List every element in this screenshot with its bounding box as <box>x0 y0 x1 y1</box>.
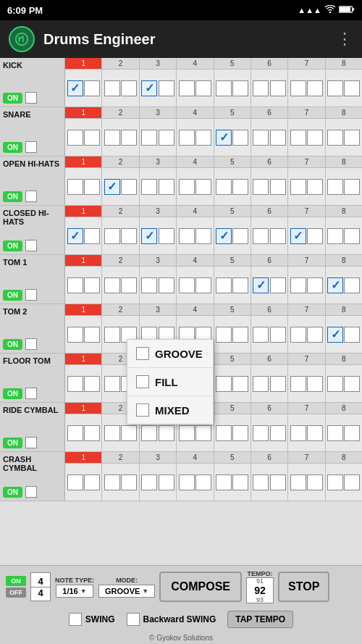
beat-cell-ride-cymbal-7-1[interactable] <box>344 425 360 441</box>
beat-cell-tom1-1-0[interactable] <box>104 277 120 293</box>
beat-cell-closed-hi-hats-4-1[interactable] <box>232 228 248 244</box>
beat-cell-snare-7-0[interactable] <box>327 130 343 146</box>
beat-cell-kick-1-1[interactable] <box>121 80 137 96</box>
beat-cell-snare-6-0[interactable] <box>290 130 306 146</box>
small-checkbox-closed-hi-hats[interactable] <box>25 240 37 251</box>
beat-cell-kick-1-0[interactable] <box>104 80 120 96</box>
fill-checkbox[interactable] <box>136 375 149 388</box>
beat-cell-ride-cymbal-7-0[interactable] <box>327 425 343 441</box>
beat-cell-kick-7-1[interactable] <box>344 80 360 96</box>
beat-cell-closed-hi-hats-7-1[interactable] <box>344 228 360 244</box>
small-checkbox-crash-cymbal[interactable] <box>25 486 37 498</box>
beat-cell-tom2-4-1[interactable] <box>232 327 248 343</box>
beat-cell-crash-cymbal-5-1[interactable] <box>270 474 286 490</box>
beat-cell-open-hi-hats-6-0[interactable] <box>290 179 306 195</box>
beat-cell-crash-cymbal-4-0[interactable] <box>216 474 232 490</box>
beat-cell-ride-cymbal-6-0[interactable] <box>290 425 306 441</box>
beat-cell-closed-hi-hats-0-1[interactable] <box>84 228 100 244</box>
beat-cell-kick-2-0[interactable] <box>141 80 157 96</box>
beat-cell-closed-hi-hats-5-1[interactable] <box>270 228 286 244</box>
beat-cell-closed-hi-hats-6-0[interactable] <box>290 228 306 244</box>
beat-cell-ride-cymbal-2-1[interactable] <box>159 425 174 441</box>
backward-swing-checkbox[interactable] <box>127 613 140 626</box>
beat-cell-tom1-4-0[interactable] <box>216 277 232 293</box>
beat-cell-crash-cymbal-3-0[interactable] <box>179 474 195 490</box>
beat-cell-tom2-7-1[interactable] <box>344 327 360 343</box>
swing-checkbox[interactable] <box>69 613 82 626</box>
beat-cell-ride-cymbal-2-0[interactable] <box>141 425 157 441</box>
global-off-button[interactable]: OFF <box>6 587 26 598</box>
beat-cell-open-hi-hats-5-0[interactable] <box>253 179 269 195</box>
beat-cell-floor-tom-7-1[interactable] <box>344 376 360 392</box>
beat-cell-open-hi-hats-3-0[interactable] <box>179 179 195 195</box>
beat-cell-floor-tom-1-0[interactable] <box>104 376 120 392</box>
beat-cell-snare-5-0[interactable] <box>253 130 269 146</box>
dropdown-fill[interactable]: FILL <box>127 368 213 396</box>
beat-cell-snare-4-1[interactable] <box>232 130 248 146</box>
beat-cell-closed-hi-hats-3-0[interactable] <box>179 228 195 244</box>
beat-cell-crash-cymbal-1-1[interactable] <box>121 474 137 490</box>
backward-swing-control[interactable]: Backward SWING <box>127 613 216 626</box>
beat-cell-ride-cymbal-1-0[interactable] <box>104 425 120 441</box>
beat-cell-snare-1-1[interactable] <box>121 130 137 146</box>
beat-cell-closed-hi-hats-3-1[interactable] <box>195 228 211 244</box>
beat-cell-floor-tom-4-1[interactable] <box>232 376 248 392</box>
mixed-checkbox[interactable] <box>136 403 149 417</box>
on-button-open-hi-hats[interactable]: ON <box>3 191 22 202</box>
beat-cell-tom1-6-0[interactable] <box>290 277 306 293</box>
beat-cell-open-hi-hats-7-0[interactable] <box>327 179 343 195</box>
beat-cell-tom1-7-1[interactable] <box>344 277 360 293</box>
beat-cell-crash-cymbal-6-1[interactable] <box>307 474 323 490</box>
beat-cell-tom2-0-0[interactable] <box>67 327 83 343</box>
beat-cell-closed-hi-hats-7-0[interactable] <box>327 228 343 244</box>
small-checkbox-kick[interactable] <box>25 92 37 104</box>
beat-cell-snare-3-1[interactable] <box>195 130 211 146</box>
beat-cell-kick-7-0[interactable] <box>327 80 343 96</box>
beat-cell-open-hi-hats-4-0[interactable] <box>216 179 232 195</box>
beat-cell-tom2-6-1[interactable] <box>307 327 323 343</box>
on-button-kick[interactable]: ON <box>3 93 22 104</box>
beat-cell-tom1-2-0[interactable] <box>141 277 157 293</box>
beat-cell-open-hi-hats-0-1[interactable] <box>84 179 100 195</box>
small-checkbox-tom2[interactable] <box>25 338 37 350</box>
beat-cell-tom1-6-1[interactable] <box>307 277 323 293</box>
beat-cell-open-hi-hats-4-1[interactable] <box>232 179 248 195</box>
beat-cell-closed-hi-hats-6-1[interactable] <box>307 228 323 244</box>
dropdown-mixed[interactable]: MIXED <box>127 396 213 424</box>
beat-cell-crash-cymbal-2-1[interactable] <box>159 474 174 490</box>
beat-cell-floor-tom-0-1[interactable] <box>84 376 100 392</box>
beat-cell-open-hi-hats-2-1[interactable] <box>159 179 174 195</box>
small-checkbox-floor-tom[interactable] <box>25 388 37 399</box>
beat-cell-snare-0-1[interactable] <box>84 130 100 146</box>
beat-cell-kick-0-1[interactable] <box>84 80 100 96</box>
beat-cell-kick-5-0[interactable] <box>253 80 269 96</box>
beat-cell-crash-cymbal-6-0[interactable] <box>290 474 306 490</box>
time-signature[interactable]: 4 4 <box>30 572 51 601</box>
mode-selector[interactable]: GROOVE ▼ <box>98 585 155 598</box>
beat-cell-crash-cymbal-1-0[interactable] <box>104 474 120 490</box>
beat-cell-tom1-0-0[interactable] <box>67 277 83 293</box>
beat-cell-tom2-1-0[interactable] <box>104 327 120 343</box>
beat-cell-tom1-0-1[interactable] <box>84 277 100 293</box>
beat-cell-floor-tom-0-0[interactable] <box>67 376 83 392</box>
beat-cell-tom1-5-0[interactable] <box>253 277 269 293</box>
beat-cell-closed-hi-hats-1-1[interactable] <box>121 228 137 244</box>
global-on-button[interactable]: ON <box>6 576 26 586</box>
dropdown-groove[interactable]: GROOVE <box>127 340 213 368</box>
beat-cell-closed-hi-hats-0-0[interactable] <box>67 228 83 244</box>
on-button-tom2[interactable]: ON <box>3 339 22 350</box>
beat-cell-open-hi-hats-0-0[interactable] <box>67 179 83 195</box>
beat-cell-snare-0-0[interactable] <box>67 130 83 146</box>
small-checkbox-tom1[interactable] <box>25 289 37 301</box>
stop-button[interactable]: STOP <box>278 572 329 602</box>
swing-control[interactable]: SWING <box>69 613 115 626</box>
beat-cell-crash-cymbal-7-1[interactable] <box>344 474 360 490</box>
beat-cell-floor-tom-4-0[interactable] <box>216 376 232 392</box>
beat-cell-open-hi-hats-1-0[interactable] <box>104 179 120 195</box>
beat-cell-tom1-1-1[interactable] <box>121 277 137 293</box>
beat-cell-ride-cymbal-0-0[interactable] <box>67 425 83 441</box>
on-button-snare[interactable]: ON <box>3 142 22 153</box>
groove-checkbox[interactable] <box>136 347 149 360</box>
beat-cell-floor-tom-6-0[interactable] <box>290 376 306 392</box>
on-button-crash-cymbal[interactable]: ON <box>3 487 22 498</box>
